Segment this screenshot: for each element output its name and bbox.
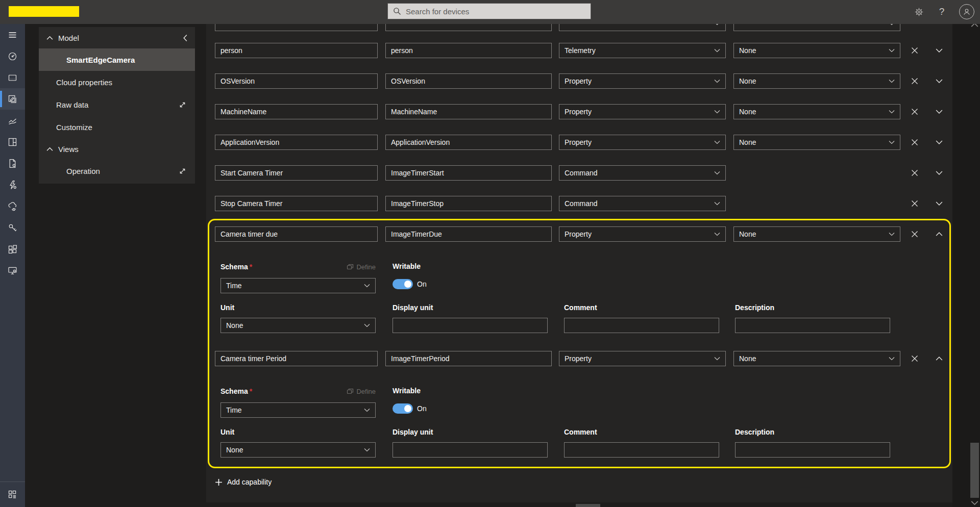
capability-display-name-input[interactable]: [215, 135, 378, 150]
unit-dropdown[interactable]: None: [220, 318, 376, 333]
display-unit-input[interactable]: [393, 442, 548, 458]
add-capability-button[interactable]: Add capability: [215, 478, 272, 486]
search-input[interactable]: [406, 7, 585, 16]
delete-capability-button[interactable]: [910, 107, 919, 116]
nav-rules[interactable]: [0, 174, 25, 195]
display-unit-input[interactable]: [393, 318, 548, 333]
define-button[interactable]: Define: [347, 388, 376, 395]
account-button[interactable]: [959, 4, 974, 19]
nav-data-export[interactable]: [0, 195, 25, 217]
capability-type-dropdown[interactable]: Command: [559, 165, 726, 181]
capability-type-dropdown[interactable]: Telemetry: [559, 43, 726, 58]
settings-button[interactable]: [911, 4, 926, 19]
sidebar-item-operation[interactable]: Operation: [39, 160, 195, 182]
capability-name-input[interactable]: [385, 73, 552, 89]
description-input[interactable]: [735, 442, 890, 458]
app-logo[interactable]: [9, 6, 79, 17]
semantic-type-dropdown[interactable]: None: [733, 73, 900, 89]
delete-capability-button[interactable]: [910, 168, 919, 178]
capability-display-name-input[interactable]: [215, 351, 378, 366]
schema-label: Schema*: [220, 263, 252, 271]
collapse-panel-icon[interactable]: [183, 34, 188, 42]
capability-display-name-input[interactable]: [215, 226, 378, 242]
horizontal-scrollbar-thumb[interactable]: [576, 504, 600, 507]
schema-dropdown[interactable]: Time: [220, 278, 376, 293]
semantic-type-dropdown[interactable]: None: [733, 135, 900, 150]
capability-display-name-input[interactable]: [215, 104, 378, 119]
capability-name-input[interactable]: [385, 24, 552, 31]
capability-display-name-input[interactable]: [215, 24, 378, 31]
nav-permissions[interactable]: [0, 217, 25, 238]
nav-administration[interactable]: [0, 260, 25, 281]
toggle-capability-details-button[interactable]: [935, 107, 944, 116]
delete-capability-button[interactable]: [910, 199, 919, 208]
schema-dropdown[interactable]: Time: [220, 402, 376, 418]
sidebar-model-header[interactable]: Model: [39, 27, 195, 48]
semantic-type-dropdown[interactable]: None: [733, 43, 900, 58]
sidebar-item-smartedgecamera[interactable]: SmartEdgeCamera: [39, 48, 195, 71]
delete-capability-button[interactable]: [910, 354, 919, 363]
open-external-icon[interactable]: [179, 101, 186, 109]
capability-name-input[interactable]: [385, 104, 552, 119]
toggle-capability-details-button[interactable]: [935, 138, 944, 147]
nav-devices[interactable]: [0, 67, 25, 88]
nav-file-settings[interactable]: [0, 153, 25, 174]
nav-dashboard[interactable]: [0, 45, 25, 67]
toggle-capability-details-button[interactable]: [935, 230, 944, 239]
capability-display-name-input[interactable]: [215, 43, 378, 58]
description-input[interactable]: [735, 318, 890, 333]
capability-display-name-input[interactable]: [215, 73, 378, 89]
toggle-capability-details-button[interactable]: [935, 354, 944, 363]
capability-type-dropdown[interactable]: Property: [559, 226, 726, 242]
help-button[interactable]: ?: [934, 4, 949, 19]
sidebar-item-customize[interactable]: Customize: [39, 116, 195, 138]
gear-icon: [914, 7, 924, 17]
vertical-scrollbar-thumb[interactable]: [970, 443, 979, 498]
toggle-capability-details-button[interactable]: [935, 46, 944, 55]
device-search-box[interactable]: [387, 3, 591, 19]
nav-analytics[interactable]: [0, 110, 25, 131]
capability-name-input[interactable]: [385, 351, 552, 366]
capability-name-input[interactable]: [385, 135, 552, 150]
define-button[interactable]: Define: [347, 263, 376, 271]
semantic-type-dropdown[interactable]: None: [733, 104, 900, 119]
semantic-type-dropdown[interactable]: None: [733, 226, 900, 242]
nav-app-switcher[interactable]: [0, 484, 25, 505]
capability-type-dropdown[interactable]: Command: [559, 196, 726, 211]
capability-type-dropdown[interactable]: Property: [559, 135, 726, 150]
display-unit-label: Display unit: [393, 303, 433, 312]
comment-input[interactable]: [564, 442, 719, 458]
toggle-capability-details-button[interactable]: [935, 168, 944, 178]
delete-capability-button[interactable]: [910, 77, 919, 86]
sidebar-views-header[interactable]: Views: [39, 138, 195, 160]
writable-toggle[interactable]: [393, 403, 413, 414]
capability-type-dropdown[interactable]: Property: [559, 351, 726, 366]
nav-menu[interactable]: [0, 24, 25, 45]
capability-name-input[interactable]: [385, 43, 552, 58]
capability-type-dropdown[interactable]: Property: [559, 104, 726, 119]
toggle-capability-details-button[interactable]: [935, 77, 944, 86]
sidebar-item-raw-data[interactable]: Raw data: [39, 93, 195, 116]
capability-type-dropdown[interactable]: Property: [559, 73, 726, 89]
sidebar-item-cloud-properties[interactable]: Cloud properties: [39, 71, 195, 93]
semantic-type-dropdown[interactable]: [733, 24, 900, 31]
comment-input[interactable]: [564, 318, 719, 333]
toggle-capability-details-button[interactable]: [935, 199, 944, 208]
delete-capability-button[interactable]: [910, 138, 919, 147]
open-external-icon[interactable]: [179, 167, 186, 175]
delete-capability-button[interactable]: [910, 230, 919, 239]
capability-display-name-input[interactable]: [215, 165, 378, 181]
delete-capability-button[interactable]: [910, 46, 919, 55]
capability-name-input[interactable]: [385, 196, 552, 211]
writable-toggle[interactable]: [393, 279, 413, 289]
nav-jobs[interactable]: [0, 131, 25, 153]
scroll-down-arrow[interactable]: [971, 500, 978, 505]
nav-device-templates[interactable]: [0, 88, 25, 110]
capability-display-name-input[interactable]: [215, 196, 378, 211]
unit-dropdown[interactable]: None: [220, 442, 376, 458]
capability-name-input[interactable]: [385, 226, 552, 242]
capability-type-dropdown[interactable]: [559, 24, 726, 31]
nav-edge-manifests[interactable]: [0, 238, 25, 260]
capability-name-input[interactable]: [385, 165, 552, 181]
semantic-type-dropdown[interactable]: None: [733, 351, 900, 366]
